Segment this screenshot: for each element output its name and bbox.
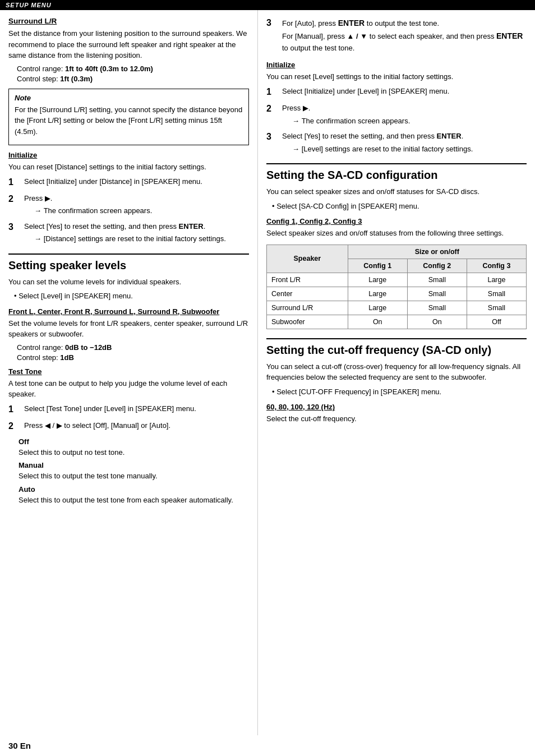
page: SETUP MENU Surround L/R Set the distance…: [0, 0, 535, 756]
table-cell-c1: On: [348, 315, 407, 329]
test-tone-steps: 1 Select [Test Tone] under [Level] in [S…: [8, 403, 249, 433]
step3-num: 3: [266, 17, 279, 29]
initialize-level-heading: Initialize: [266, 61, 527, 69]
level-step-2: 2 Press ▶. The confirmation screen appea…: [266, 103, 527, 126]
step-num-2: 2: [8, 193, 21, 205]
surround-lr-heading: Surround L/R: [8, 17, 249, 25]
divider-2: [266, 163, 527, 164]
note-title: Note: [15, 94, 243, 102]
right-column: 3 For [Auto], press ENTER to output the …: [258, 10, 535, 735]
level-control-range-value: 0dB to −12dB: [65, 343, 112, 352]
test-step-1-content: Select [Test Tone] under [Level] in [SPE…: [24, 403, 249, 414]
control-step: Control step: 1ft (0.3m): [17, 75, 249, 83]
control-step-value: 1ft (0.3m): [60, 75, 93, 83]
surround-lr-body: Set the distance from your listening pos…: [8, 28, 249, 61]
divider-1: [8, 253, 249, 255]
note-box: Note For the [Surround L/R] setting, you…: [8, 89, 249, 146]
divider-3: [266, 338, 527, 339]
cutoff-body: You can select a cut-off (cross-over) fr…: [266, 361, 527, 383]
cutoff-heading: Setting the cut-off frequency (SA-CD onl…: [266, 344, 527, 357]
test-step-2-content: Press ◀ / ▶ to select [Off], [Manual] or…: [24, 420, 249, 431]
table-cell-c1: Large: [348, 301, 407, 315]
col-config2: Config 2: [407, 259, 467, 273]
step-num-1: 1: [8, 176, 21, 188]
config-table: Speaker Size or on/off Config 1 Config 2…: [266, 245, 527, 329]
step-num-3: 3: [8, 221, 21, 233]
arrow-symbol: ▲ / ▼: [347, 32, 368, 40]
level-step-3-content: Select [Yes] to reset the setting, and t…: [282, 131, 527, 154]
level-step-num-1: 1: [266, 86, 279, 98]
test-tone-step-1: 1 Select [Test Tone] under [Level] in [S…: [8, 403, 249, 416]
step3-continuation: 3 For [Auto], press ENTER to output the …: [266, 17, 527, 54]
level-step-3-arrow: [Level] settings are reset to the initia…: [292, 144, 527, 155]
table-cell-c3: Small: [467, 287, 526, 301]
control-step-label: Control step:: [17, 75, 58, 83]
table-cell-c2: Small: [407, 287, 467, 301]
table-cell-c3: Off: [467, 315, 526, 329]
left-column: Surround L/R Set the distance from your …: [0, 10, 258, 735]
step-2-content: Press ▶. The confirmation screen appears…: [24, 193, 249, 216]
table-cell-c2: Small: [407, 301, 467, 315]
content-area: Surround L/R Set the distance from your …: [0, 10, 535, 735]
speaker-levels-heading: Setting speaker levels: [8, 259, 249, 272]
config-body: Select speaker sizes and on/off statuses…: [266, 228, 527, 239]
note-body: For the [Surround L/R] setting, you cann…: [15, 104, 243, 137]
manual-body: Select this to output the test tone manu…: [19, 471, 249, 482]
initialize-distance-steps: 1 Select [Initialize] under [Distance] i…: [8, 176, 249, 245]
step-3-distance: 3 Select [Yes] to reset the setting, and…: [8, 221, 249, 245]
initialize-level-body: You can reset [Level] settings to the in…: [266, 71, 527, 82]
freq-body: Select the cut-off frequency.: [266, 413, 527, 425]
table-cell-speaker: Front L/R: [267, 273, 348, 287]
step-3-arrow: [Distance] settings are reset to the ini…: [34, 233, 249, 245]
manual-label: Manual: [19, 461, 44, 469]
enter-bold-1: ENTER: [338, 19, 365, 27]
level-control-range: Control range: 0dB to −12dB: [17, 343, 249, 352]
step-1-distance: 1 Select [Initialize] under [Distance] i…: [8, 176, 249, 188]
initialize-distance-heading: Initialize: [8, 151, 249, 159]
control-range-label: Control range:: [17, 64, 63, 73]
initialize-level-steps: 1 Select [Initialize] under [Level] in […: [266, 86, 527, 154]
level-step-2-arrow: The confirmation screen appears.: [292, 116, 527, 127]
level-step-1-content: Select [Initialize] under [Level] in [SP…: [282, 86, 527, 97]
auto-label: Auto: [19, 485, 35, 494]
test-tone-heading: Test Tone: [8, 367, 249, 376]
step3-list: 3 For [Auto], press ENTER to output the …: [266, 17, 527, 54]
front-body: Set the volume levels for front L/R spea…: [8, 318, 249, 340]
initialize-distance-body: You can reset [Distance] settings to the…: [8, 162, 249, 173]
setup-menu-bar: SETUP MENU: [0, 0, 535, 10]
step-2-arrow: The confirmation screen appears.: [34, 205, 249, 216]
col-config1: Config 1: [348, 259, 407, 273]
table-cell-speaker: Surround L/R: [267, 301, 348, 315]
step-3-content: Select [Yes] to reset the setting, and t…: [24, 221, 249, 245]
cutoff-bullet: Select [CUT-OFF Frequency] in [SPEAKER] …: [272, 386, 527, 398]
level-step-num-3: 3: [266, 131, 279, 143]
table-row: Front L/RLargeSmallLarge: [267, 273, 527, 287]
front-subheading: Front L, Center, Front R, Surround L, Su…: [8, 307, 249, 316]
step3-item: 3 For [Auto], press ENTER to output the …: [266, 17, 527, 54]
off-body: Select this to output no test tone.: [19, 447, 249, 458]
control-range-value: 1ft to 40ft (0.3m to 12.0m): [65, 64, 153, 73]
test-tone-body: A test tone can be output to help you ju…: [8, 378, 249, 400]
setup-menu-label: SETUP MENU: [6, 2, 52, 8]
sacd-config-heading: Setting the SA-CD configuration: [266, 169, 527, 182]
step-2-distance: 2 Press ▶. The confirmation screen appea…: [8, 193, 249, 216]
test-step-num-1: 1: [8, 403, 21, 416]
table-cell-c2: On: [407, 315, 467, 329]
table-row: SubwooferOnOnOff: [267, 315, 527, 329]
table-cell-c2: Small: [407, 273, 467, 287]
col-config3: Config 3: [467, 259, 526, 273]
col-size: Size or on/off: [348, 245, 526, 259]
speaker-levels-bullet: Select [Level] in [SPEAKER] menu.: [14, 291, 249, 302]
level-step-num-2: 2: [266, 103, 279, 115]
level-step-2-content: Press ▶. The confirmation screen appears…: [282, 103, 527, 126]
sacd-config-bullet: Select [SA-CD Config] in [SPEAKER] menu.: [272, 201, 527, 212]
table-cell-c1: Large: [348, 273, 407, 287]
table-cell-c3: Large: [467, 273, 526, 287]
level-control-step-label: Control step:: [17, 353, 58, 362]
off-label: Off: [19, 437, 29, 446]
table-cell-speaker: Center: [267, 287, 348, 301]
test-step-num-2: 2: [8, 420, 21, 432]
table-row: CenterLargeSmallSmall: [267, 287, 527, 301]
speaker-levels-body: You can set the volume levels for indivi…: [8, 276, 249, 288]
level-control-step-value: 1dB: [60, 353, 74, 362]
